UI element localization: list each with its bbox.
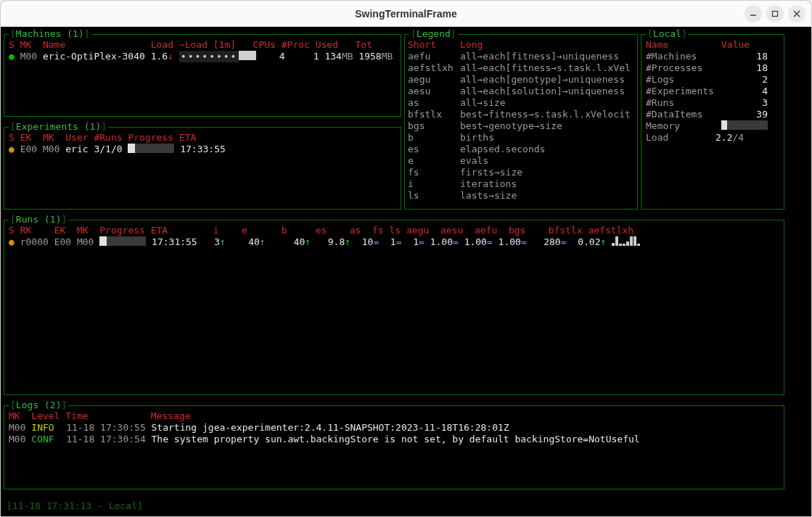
legend-row: bfstlxbest→fitness→s.task.l.xVelocit <box>408 109 634 120</box>
legend-row: lslasts→size <box>408 190 634 202</box>
experiments-panel: [Experiments (1)] S EK MK User #Runs Pro… <box>4 127 401 210</box>
legend-row: eevals <box>408 155 634 167</box>
local-panel: [Local] NameValue #Machines18#Processes1… <box>641 34 784 210</box>
run-row: ● r0000 E00 M00 17:31:55 3↑ 40↑ 40↑ 9.8↑… <box>9 236 779 248</box>
sparkline <box>612 236 640 246</box>
local-load-row: Load2.2/4 <box>646 132 779 144</box>
local-row: #Runs3 <box>646 97 779 109</box>
status-dot-icon: ● <box>9 236 15 248</box>
title-bar[interactable]: SwingTerminalFrame <box>1 1 811 27</box>
app-window: SwingTerminalFrame [Machines (1)] S MK N… <box>0 0 812 517</box>
experiments-header: S EK MK User #Runs Progress ETA <box>9 132 396 144</box>
svg-rect-0 <box>773 12 778 17</box>
runs-header: S RK EK MK Progress ETA i e b es as fs l… <box>9 225 779 236</box>
experiment-row: ● E00 M00 eric 3/1/0 17:33:55 <box>9 144 396 155</box>
legend-row: bbirths <box>408 132 634 144</box>
machines-panel: [Machines (1)] S MK Name Load ~Load [1m]… <box>4 34 401 117</box>
legend-panel: [Legend] ShortLong aefuall→each[fitness]… <box>404 34 638 210</box>
local-row: #Experiments4 <box>646 86 779 97</box>
legend-row: iiterations <box>408 178 634 190</box>
log-row: M00 INFO 11-18 17:30:55 Starting jgea-ex… <box>9 422 779 434</box>
local-memory-row: Memory <box>646 120 779 132</box>
load-sparkline: ∙∙∙∙∙∙∙∙ <box>179 51 239 62</box>
memory-bar <box>721 120 768 130</box>
status-dot-icon: ● <box>9 144 15 155</box>
status-dot-icon: ● <box>9 51 15 62</box>
legend-header: ShortLong <box>408 39 634 51</box>
runs-title: [Runs (1)] <box>9 214 68 226</box>
progress-bar <box>99 236 146 246</box>
status-line: [11-18 17:31:13 - Local] <box>7 500 143 512</box>
progress-bar <box>128 144 174 153</box>
window-title: SwingTerminalFrame <box>355 8 457 20</box>
legend-row: asall→size <box>408 97 634 109</box>
local-title: [Local] <box>646 28 689 40</box>
logs-panel: [Logs (2)] MK Level Time Message M00 INF… <box>4 405 784 489</box>
machine-row: ● M00 eric-OptiPlex-3040 1.6↓ ∙∙∙∙∙∙∙∙ 4… <box>9 51 396 62</box>
machines-title: [Machines (1)] <box>9 28 91 40</box>
legend-row: aefstlxhall→each[fitness→s.task.l.xVel <box>408 62 634 74</box>
window-buttons <box>745 5 805 22</box>
logs-title: [Logs (2)] <box>9 400 68 411</box>
minimize-button[interactable] <box>745 5 762 22</box>
machines-header: S MK Name Load ~Load [1m] CPUs #Proc Use… <box>9 39 396 51</box>
legend-row: fsfirsts→size <box>408 167 634 178</box>
maximize-button[interactable] <box>766 5 784 22</box>
legend-title: [Legend] <box>409 28 458 40</box>
local-row: #Machines18 <box>646 51 779 62</box>
legend-row: aesuall→each[solution]→uniqueness <box>408 86 634 97</box>
log-row: M00 CONF 11-18 17:30:54 The system prope… <box>9 434 779 445</box>
legend-row: bgsbest→genotype→size <box>408 120 634 132</box>
legend-row: aeguall→each[genotype]→uniqueness <box>408 74 634 86</box>
terminal: [Machines (1)] S MK Name Load ~Load [1m]… <box>1 27 811 516</box>
logs-header: MK Level Time Message <box>9 410 779 422</box>
local-row: #Logs2 <box>646 74 779 86</box>
runs-panel: [Runs (1)] S RK EK MK Progress ETA i e b… <box>4 220 784 395</box>
legend-row: eselapsed.seconds <box>408 144 634 155</box>
local-header: NameValue <box>646 39 779 51</box>
experiments-title: [Experiments (1)] <box>9 121 108 133</box>
legend-row: aefuall→each[fitness]→uniqueness <box>408 51 634 62</box>
close-button[interactable] <box>788 5 805 22</box>
local-row: #DataItems39 <box>646 109 779 120</box>
local-row: #Processes18 <box>646 62 779 74</box>
